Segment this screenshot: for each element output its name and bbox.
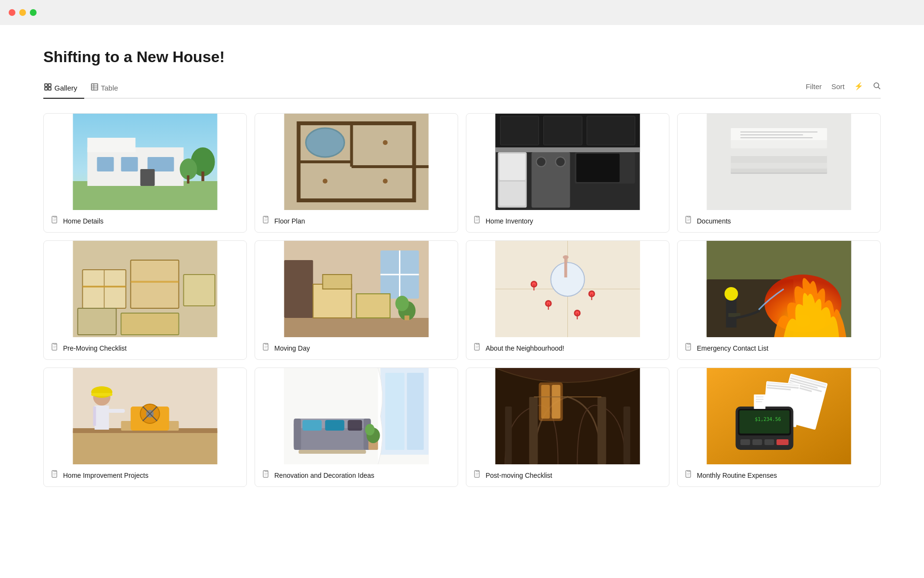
svg-rect-197 [777,439,789,445]
svg-rect-103 [565,258,567,277]
svg-rect-42 [496,147,640,152]
svg-rect-44 [500,154,526,180]
svg-rect-158 [348,420,362,431]
card-footer-documents: Documents [678,210,880,232]
document-icon [51,216,59,226]
card-image-pre-moving-checklist [44,241,246,337]
document-icon [51,343,59,354]
svg-point-31 [383,140,388,145]
svg-rect-143 [108,409,125,413]
card-image-renovation-decoration-ideas [255,368,458,464]
card-label-floor-plan: Floor Plan [274,217,305,225]
card-post-moving-checklist[interactable]: Post-moving Checklist [466,368,669,487]
minimize-button[interactable] [19,9,26,16]
svg-rect-58 [731,155,827,163]
tab-table[interactable]: Table [90,79,125,99]
svg-rect-170 [552,385,561,419]
svg-rect-156 [303,420,322,431]
svg-rect-77 [184,275,215,306]
page-title: Shifting to a New House! [43,48,881,66]
card-emergency-contact-list[interactable]: Emergency Contact List [677,240,881,360]
maximize-button[interactable] [30,9,37,16]
svg-line-9 [878,87,880,89]
card-home-improvement-projects[interactable]: Home Improvement Projects [43,368,247,487]
card-label-home-inventory: Home Inventory [486,217,533,225]
card-image-monthly-routine-expenses: $1,234.56 [678,368,880,464]
grid-icon [44,83,51,92]
svg-rect-4 [91,84,98,90]
sort-button[interactable]: Sort [831,82,845,91]
card-label-documents: Documents [697,217,731,225]
svg-rect-196 [765,439,774,445]
svg-rect-57 [731,162,827,169]
card-about-neighbourhood[interactable]: About the Neighbourhood! [466,240,669,360]
tab-gallery[interactable]: Gallery [43,79,84,99]
svg-rect-141 [95,406,109,430]
search-button[interactable] [873,82,881,91]
card-label-home-improvement-projects: Home Improvement Projects [63,472,148,479]
card-footer-home-details: Home Details [44,210,246,232]
table-icon [91,83,98,92]
card-renovation-decoration-ideas[interactable]: Renovation and Decoration Ideas [255,368,458,487]
svg-rect-157 [325,420,345,431]
svg-rect-173 [505,407,512,464]
tab-table-label: Table [101,84,118,92]
svg-rect-194 [741,439,750,445]
card-moving-day[interactable]: Moving Day [255,240,458,360]
svg-rect-45 [500,182,526,206]
svg-point-30 [306,128,345,157]
svg-point-33 [323,179,328,184]
card-documents[interactable]: Documents [677,113,881,233]
svg-rect-195 [753,439,762,445]
card-footer-post-moving-checklist: Post-moving Checklist [466,464,669,486]
svg-rect-89 [357,294,390,318]
svg-rect-0 [45,84,48,87]
card-pre-moving-checklist[interactable]: Pre-Moving Checklist [43,240,247,360]
svg-rect-73 [131,260,179,308]
card-home-details[interactable]: Home Details [43,113,247,233]
card-footer-home-improvement-projects: Home Improvement Projects [44,464,246,486]
card-footer-about-neighbourhood: About the Neighbourhood! [466,337,669,359]
card-footer-emergency-contact-list: Emergency Contact List [678,337,880,359]
card-image-emergency-contact-list [678,241,880,337]
card-footer-home-inventory: Home Inventory [466,210,669,232]
titlebar [0,0,924,25]
svg-point-139 [91,386,113,398]
close-button[interactable] [9,9,15,16]
tab-bar: Gallery Table [43,79,130,98]
lightning-button[interactable]: ⚡ [854,82,863,91]
svg-rect-75 [78,308,116,335]
svg-rect-3 [49,88,51,91]
card-image-home-improvement-projects [44,368,246,464]
svg-rect-159 [299,450,366,454]
card-label-post-moving-checklist: Post-moving Checklist [486,472,552,479]
document-icon [474,343,482,354]
document-icon [263,216,270,226]
svg-point-101 [551,263,585,296]
svg-text:$1,234.56: $1,234.56 [755,417,781,422]
card-footer-renovation-decoration-ideas: Renovation and Decoration Ideas [255,464,458,486]
card-monthly-routine-expenses[interactable]: $1,234.56 Monthly Routine Expenses [677,368,881,487]
filter-button[interactable]: Filter [806,82,821,91]
svg-rect-17 [141,169,155,186]
svg-rect-192 [740,410,790,434]
card-image-moving-day [255,241,458,337]
card-floor-plan[interactable]: Floor Plan [255,113,458,233]
svg-rect-41 [587,116,635,145]
svg-rect-19 [202,171,205,181]
svg-rect-82 [284,318,429,337]
card-home-inventory[interactable]: Home Inventory [466,113,669,233]
svg-point-124 [725,287,738,301]
svg-rect-1 [49,84,51,87]
svg-rect-140 [91,393,113,396]
svg-point-48 [556,157,565,167]
svg-point-32 [383,179,388,184]
card-image-documents [678,114,880,210]
svg-rect-130 [73,431,218,464]
card-image-home-details [44,114,246,210]
svg-rect-61 [731,128,827,140]
svg-rect-39 [500,116,539,145]
document-icon [474,216,482,226]
svg-rect-2 [45,88,48,91]
svg-rect-40 [544,116,582,145]
